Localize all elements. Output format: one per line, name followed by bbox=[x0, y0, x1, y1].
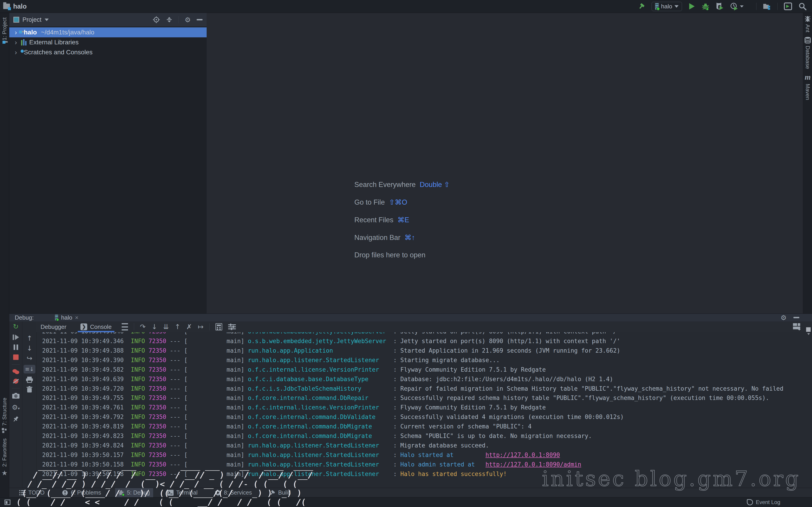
toolwindow-button-8-services[interactable]: 8: Services bbox=[212, 488, 255, 497]
toolwindow-button-terminal[interactable]: Terminal bbox=[164, 488, 201, 497]
debug-settings-gear-icon[interactable]: ⚙▾ bbox=[12, 403, 20, 411]
stripe-tab-label: 1: Project bbox=[1, 17, 8, 40]
project-panel-title[interactable]: Project bbox=[22, 16, 42, 23]
tree-item-label: Scratches and Consoles bbox=[24, 49, 93, 56]
tree-row-scratches-and-consoles[interactable]: ›Scratches and Consoles bbox=[9, 47, 207, 57]
stripe-tab-label: Maven bbox=[805, 84, 811, 100]
scrollbar-thumb[interactable] bbox=[806, 327, 811, 332]
chevron-right-icon[interactable]: › bbox=[13, 29, 18, 36]
log-line: 2021-11-09 10:39:49.346 INFO 72350 --- [… bbox=[42, 337, 810, 346]
stripe-tab-1-project[interactable]: 1: Project bbox=[0, 17, 9, 43]
log-line: 2021-11-09 10:39:49.761 INFO 72350 --- [… bbox=[42, 403, 810, 412]
step-over-icon[interactable]: ↷ bbox=[140, 324, 146, 330]
evaluate-expression-icon[interactable] bbox=[215, 323, 222, 331]
tree-row-halo[interactable]: ›halo~/d4m1ts/java/halo bbox=[9, 27, 207, 37]
shortcut-row: Go to File⇧⌘O bbox=[354, 198, 450, 207]
run-with-coverage-button[interactable] bbox=[716, 2, 724, 10]
mute-breakpoints-icon[interactable] bbox=[13, 379, 18, 384]
toolwindow-button-label: Build bbox=[278, 489, 291, 496]
resume-program-icon[interactable] bbox=[13, 335, 19, 340]
shortcut-label: Drop files here to open bbox=[354, 251, 425, 259]
stripe-tab-label: Ant bbox=[805, 24, 811, 33]
rerun-icon[interactable]: ↻ bbox=[13, 323, 18, 330]
hide-panel-icon[interactable] bbox=[197, 19, 203, 20]
shortcut-keys: Double ⇧ bbox=[420, 180, 450, 189]
toolwindow-button-5-debug[interactable]: 5: Debug bbox=[115, 488, 153, 497]
toolwindow-button-todo[interactable]: TODO bbox=[16, 488, 48, 497]
soft-wrap-icon[interactable]: ↪ bbox=[27, 355, 32, 362]
clear-all-trash-icon[interactable] bbox=[26, 386, 33, 393]
run-anything-icon[interactable] bbox=[784, 2, 792, 10]
build-hammer-icon[interactable] bbox=[638, 2, 645, 10]
profiler-button[interactable] bbox=[730, 2, 744, 10]
stripe-tab-maven[interactable]: mMaven bbox=[803, 73, 812, 100]
view-breakpoints-icon[interactable] bbox=[12, 369, 19, 374]
project-view-icon bbox=[13, 17, 19, 23]
print-icon[interactable] bbox=[26, 377, 33, 383]
tree-row-external-libraries[interactable]: ›External Libraries bbox=[9, 37, 207, 47]
toolbar-separator bbox=[134, 323, 134, 331]
pause-program-icon[interactable] bbox=[14, 344, 18, 350]
structure-icon bbox=[2, 428, 7, 434]
drop-frame-icon[interactable]: ✗ bbox=[186, 324, 192, 330]
debug-button[interactable] bbox=[701, 2, 710, 10]
run-configuration-selector[interactable]: halo bbox=[652, 2, 682, 11]
log-line: 2021-11-09 10:39:49.346 INFO 72350 --- [… bbox=[42, 332, 810, 336]
event-log-button[interactable]: Event Log bbox=[747, 499, 780, 505]
debug-icon bbox=[118, 490, 124, 496]
step-into-icon[interactable]: ↓ bbox=[152, 324, 157, 330]
log-line: 2021-11-09 10:39:49.390 INFO 72350 --- [… bbox=[42, 355, 810, 365]
run-button[interactable] bbox=[688, 3, 695, 10]
log-line: 2021-11-09 10:39:50.158 INFO 72350 --- [… bbox=[42, 469, 810, 479]
profiler-dropdown-icon bbox=[740, 5, 744, 7]
scroll-to-end-icon[interactable]: ≡↓ bbox=[23, 365, 35, 374]
force-step-into-icon[interactable]: ⇊ bbox=[163, 324, 169, 330]
debug-session-tab[interactable]: halo × bbox=[51, 314, 82, 322]
search-everywhere-icon[interactable] bbox=[798, 2, 807, 10]
thread-dump-camera-icon[interactable] bbox=[12, 393, 20, 399]
stream-trace-sliders-icon[interactable] bbox=[228, 324, 236, 330]
console-tab-icon: ❯ bbox=[81, 324, 87, 330]
log-line: 2021-11-09 10:39:49.824 INFO 72350 --- [… bbox=[42, 441, 810, 450]
log-line: 2021-11-09 10:39:50.157 INFO 72350 --- [… bbox=[42, 450, 810, 460]
collapse-all-icon[interactable] bbox=[166, 16, 173, 23]
stop-icon[interactable] bbox=[13, 354, 18, 360]
toggle-tool-windows-icon[interactable] bbox=[5, 500, 10, 505]
debug-toolbar: Debugger ❯ Console ↷ ↓ ⇊ ↑ ✗ ↦ bbox=[37, 322, 812, 332]
stripe-tab-ant[interactable]: Ant bbox=[803, 15, 812, 33]
toolwindow-button-label: 6: Problems bbox=[71, 489, 101, 496]
stripe-tab-2-favorites[interactable]: 2: Favorites★ bbox=[0, 438, 9, 477]
run-to-cursor-icon[interactable]: ↦ bbox=[198, 324, 203, 330]
toolwindow-button-build[interactable]: Build bbox=[266, 488, 294, 497]
down-stack-trace-icon[interactable]: ↓ bbox=[27, 345, 32, 352]
shortcut-label: Recent Files bbox=[354, 216, 393, 224]
locate-file-icon[interactable] bbox=[153, 16, 160, 23]
minimize-panel-icon[interactable] bbox=[794, 317, 799, 318]
pin-tab-icon[interactable] bbox=[13, 416, 19, 422]
close-icon[interactable]: × bbox=[75, 314, 79, 321]
console-log[interactable]: 2021-11-09 10:39:49.346 INFO 72350 --- [… bbox=[37, 332, 810, 488]
spring-boot-config-icon bbox=[55, 315, 58, 321]
tab-debugger[interactable]: Debugger bbox=[37, 322, 70, 332]
stripe-tab-7-structure[interactable]: 7: Structure bbox=[0, 398, 9, 434]
settings-gear-icon[interactable]: ⚙ bbox=[185, 16, 191, 24]
step-out-icon[interactable]: ↑ bbox=[175, 324, 180, 330]
stripe-tab-database[interactable]: Database bbox=[803, 37, 812, 69]
debug-tool-window: Debug: halo × ⚙ ↻ ⚙▾ ↑ ↓ ↪ ≡↓ bbox=[9, 314, 812, 488]
settings-gear-icon[interactable]: ⚙ bbox=[780, 314, 786, 322]
project-tool-window: Project ⚙ ›halo~/d4m1ts/java/h bbox=[9, 13, 207, 314]
project-structure-icon[interactable] bbox=[763, 2, 771, 10]
services-icon bbox=[215, 490, 221, 496]
chevron-right-icon[interactable]: › bbox=[13, 48, 18, 56]
debug-session-name: halo bbox=[61, 314, 72, 321]
menu-lines-icon[interactable] bbox=[122, 323, 128, 331]
tab-console[interactable]: ❯ Console bbox=[77, 322, 115, 332]
toolwindow-button-6-problems[interactable]: 6: Problems bbox=[59, 488, 104, 497]
event-log-label: Event Log bbox=[756, 499, 780, 505]
layout-settings-icon[interactable] bbox=[793, 323, 801, 331]
chevron-down-icon[interactable] bbox=[45, 18, 49, 21]
library-icon bbox=[21, 39, 27, 46]
log-line: 2021-11-09 10:39:50.158 INFO 72350 --- [… bbox=[42, 460, 810, 469]
chevron-right-icon[interactable]: › bbox=[13, 39, 18, 46]
up-stack-trace-icon[interactable]: ↑ bbox=[27, 335, 32, 342]
